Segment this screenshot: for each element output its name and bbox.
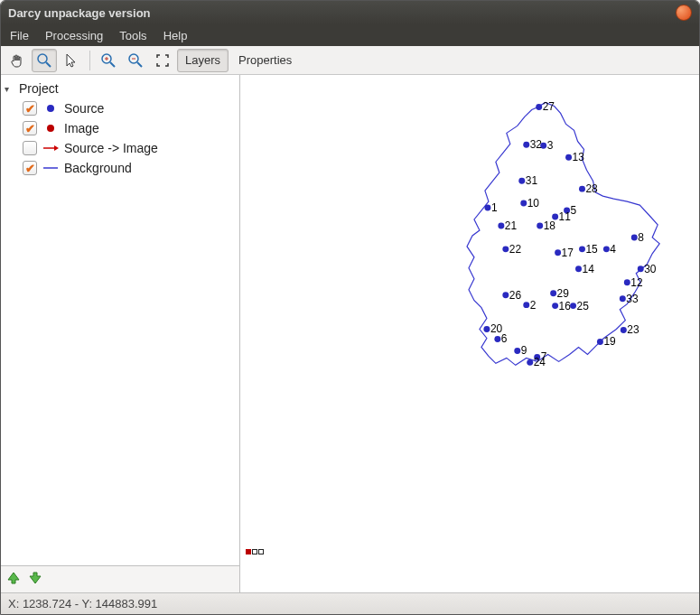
data-point[interactable]	[523, 302, 529, 308]
data-point[interactable]	[498, 222, 504, 228]
inset-square-icon	[252, 549, 257, 554]
data-point[interactable]	[570, 303, 576, 309]
data-point[interactable]	[579, 186, 585, 192]
coord-readout: X: 1238.724 - Y: 144883.991	[8, 597, 157, 610]
layers-toggle-button[interactable]: Layers	[177, 49, 229, 72]
tree-item[interactable]: Source	[5, 98, 236, 118]
data-point-label: 9	[521, 344, 527, 357]
select-tool-button[interactable]	[59, 49, 84, 72]
zoom-in-icon	[100, 52, 117, 69]
arrow-red-icon	[42, 144, 59, 153]
inset-red-icon	[246, 549, 251, 554]
data-point-label: 20	[490, 323, 503, 336]
tree-item[interactable]: Source -> Image	[5, 138, 236, 158]
data-point[interactable]	[597, 339, 603, 345]
hand-icon	[9, 52, 25, 69]
window-title: Darcy unpackage version	[8, 6, 676, 20]
data-point-label: 1	[491, 201, 498, 214]
data-point[interactable]	[527, 359, 533, 366]
move-up-button[interactable]	[6, 571, 21, 589]
data-point-label: 23	[627, 324, 639, 337]
data-point-label: 10	[527, 197, 540, 210]
zoom-tool-button[interactable]	[32, 49, 57, 72]
data-point-label: 19	[603, 335, 616, 348]
map-canvas[interactable]: 1234567891011121314151617181920212223242…	[240, 75, 699, 592]
menu-processing[interactable]: Processing	[40, 27, 108, 44]
data-point[interactable]	[502, 292, 509, 298]
statusbar: X: 1238.724 - Y: 144883.991	[1, 592, 699, 614]
checkbox[interactable]	[23, 141, 37, 155]
svg-line-1	[46, 62, 51, 67]
data-point[interactable]	[518, 178, 525, 184]
data-point[interactable]	[537, 222, 543, 228]
data-point-label: 4	[610, 243, 616, 256]
tree-item[interactable]: Background	[5, 158, 236, 178]
menu-tools[interactable]: Tools	[114, 27, 152, 44]
data-point[interactable]	[620, 295, 626, 302]
close-icon[interactable]	[676, 5, 692, 21]
data-point-label: 32	[530, 138, 543, 151]
data-point-label: 3	[547, 139, 554, 152]
svg-point-10	[47, 125, 54, 132]
data-point-label: 31	[526, 174, 538, 187]
tree-root[interactable]: ▾ Project	[5, 79, 236, 98]
cursor-icon	[63, 52, 79, 69]
data-point[interactable]	[523, 142, 529, 148]
data-point[interactable]	[483, 326, 490, 332]
data-point[interactable]	[550, 290, 556, 296]
data-point-label: 27	[543, 100, 555, 113]
zoom-extent-button[interactable]	[150, 49, 175, 72]
tree-item-label: Source -> Image	[64, 141, 158, 155]
data-point-label: 22	[509, 243, 522, 256]
menu-file[interactable]: File	[5, 27, 34, 44]
data-point-label: 14	[583, 263, 595, 275]
data-point[interactable]	[603, 246, 610, 252]
data-point[interactable]	[565, 154, 572, 161]
properties-toggle-button[interactable]: Properties	[230, 49, 300, 72]
data-point[interactable]	[552, 303, 558, 309]
data-point[interactable]	[624, 279, 630, 285]
inset-widget[interactable]	[246, 549, 264, 554]
data-point-label: 11	[559, 210, 572, 223]
dot-red-icon	[42, 124, 59, 133]
data-point[interactable]	[514, 348, 520, 354]
data-point[interactable]	[638, 266, 644, 272]
checkbox[interactable]	[23, 121, 37, 135]
layer-order-controls	[1, 565, 239, 592]
tree-item[interactable]: Image	[5, 118, 236, 138]
data-point-label: 25	[577, 300, 590, 312]
checkbox[interactable]	[23, 101, 37, 116]
data-point-label: 2	[530, 299, 537, 312]
data-point[interactable]	[555, 249, 561, 256]
data-point[interactable]	[536, 104, 542, 110]
toolbar-separator	[89, 51, 90, 70]
menu-help[interactable]: Help	[158, 27, 193, 44]
twisty-icon[interactable]: ▾	[5, 84, 14, 94]
tree-root-label: Project	[19, 81, 59, 96]
data-point-label: 12	[630, 276, 643, 289]
data-point[interactable]	[502, 246, 509, 252]
data-point[interactable]	[631, 234, 638, 240]
data-point[interactable]	[520, 200, 527, 207]
data-point[interactable]	[494, 336, 500, 342]
checkbox[interactable]	[23, 161, 37, 175]
tree-item-label: Background	[64, 161, 132, 175]
data-point[interactable]	[575, 266, 582, 272]
data-point-label: 18	[544, 219, 556, 232]
layer-tree[interactable]: ▾ Project Source Image Source -> Image	[1, 75, 239, 565]
tree-item-label: Source	[64, 101, 104, 116]
zoom-in-button[interactable]	[96, 49, 121, 72]
data-point[interactable]	[579, 246, 585, 252]
menubar: File Processing Tools Help	[1, 24, 699, 46]
pan-tool-button[interactable]	[5, 49, 30, 72]
dot-blue-icon	[42, 104, 59, 113]
inset-square-icon	[258, 549, 264, 554]
zoom-out-icon	[127, 52, 144, 69]
data-point[interactable]	[484, 205, 490, 211]
data-point[interactable]	[621, 327, 627, 333]
zoom-out-button[interactable]	[123, 49, 148, 72]
data-point-label: 29	[557, 287, 570, 300]
move-down-button[interactable]	[28, 571, 42, 589]
line-blue-icon	[42, 163, 59, 172]
data-point-label: 5	[571, 204, 577, 217]
